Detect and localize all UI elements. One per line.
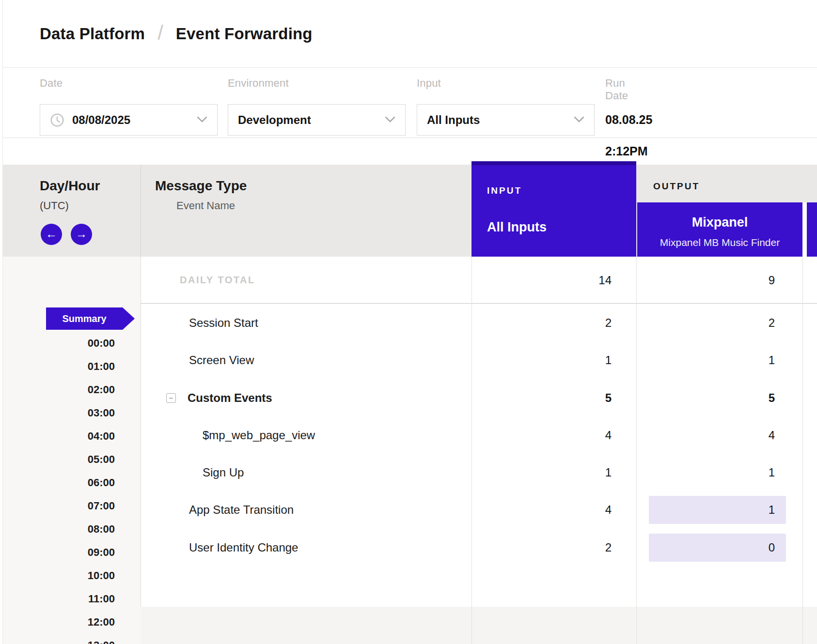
output-column-divider-2 (802, 257, 803, 644)
output-cell-value: 1 (636, 346, 775, 374)
collapse-toggle[interactable]: − (166, 393, 176, 403)
output-group-label: OUTPUT (653, 181, 700, 192)
input-cell-value: 4 (471, 496, 612, 524)
day-hour-column-divider (141, 165, 141, 257)
minus-icon: − (169, 394, 173, 402)
output-column-subtitle: Mixpanel MB Music Finder (637, 237, 802, 248)
output-column-divider (636, 257, 637, 644)
hour-slot-10[interactable]: 10:00 (3, 564, 141, 587)
table-row[interactable]: Screen View 1 1 (0, 346, 817, 374)
table-row[interactable]: − Custom Events 5 5 (0, 384, 817, 412)
hour-slot-11[interactable]: 11:00 (3, 587, 141, 611)
daily-total-row: DAILY TOTAL 14 9 (0, 257, 817, 304)
arrow-left-icon: ← (46, 227, 57, 240)
input-value: All Inputs (427, 113, 480, 127)
output-cell-value: 0 (636, 534, 775, 562)
hour-slot-13[interactable]: 13:00 (3, 634, 141, 644)
page-header: Data Platform / Event Forwarding (3, 0, 817, 68)
next-day-button[interactable]: → (71, 224, 92, 245)
date-value: 08/08/2025 (72, 113, 130, 127)
chevron-down-icon (197, 116, 207, 124)
daily-total-border (141, 303, 817, 304)
output-cell-value: 2 (636, 309, 775, 337)
input-column-label: All Inputs (487, 220, 547, 235)
breadcrumb-section[interactable]: Data Platform (40, 25, 145, 43)
event-name: User Identity Change (189, 534, 298, 562)
message-type-column-subtitle: Event Name (176, 199, 235, 212)
environment-value: Development (238, 113, 311, 127)
input-cell-value: 2 (471, 309, 612, 337)
input-filter-label: Input (417, 77, 441, 90)
table-row[interactable]: App State Transition 4 1 (0, 496, 817, 524)
previous-day-button[interactable]: ← (41, 224, 62, 245)
hour-slot-12[interactable]: 12:00 (3, 611, 141, 634)
table-footer-band (141, 607, 817, 644)
breadcrumb-separator: / (157, 21, 163, 45)
table-row[interactable]: Sign Up 1 1 (0, 459, 817, 487)
chevron-down-icon (385, 116, 395, 124)
table-row[interactable]: Session Start 2 2 (0, 309, 817, 337)
table-row[interactable]: $mp_web_page_view 4 4 (0, 421, 817, 449)
output-cell-value: 1 (636, 459, 775, 487)
event-name: $mp_web_page_view (203, 421, 315, 449)
output-cell-value: 5 (636, 384, 775, 412)
input-cell-value: 1 (471, 346, 612, 374)
clock-icon (50, 113, 64, 127)
environment-dropdown[interactable]: Development (228, 104, 406, 136)
input-column-header[interactable]: INPUT All Inputs (471, 161, 636, 257)
filter-bar: Date 08/08/2025 Environment Development … (3, 67, 817, 138)
input-group-label: INPUT (487, 185, 522, 196)
event-name: App State Transition (189, 496, 294, 524)
input-cell-value: 5 (471, 384, 612, 412)
input-column-divider (471, 257, 472, 644)
output-column-header-partial[interactable] (807, 202, 817, 257)
arrow-right-icon: → (76, 227, 87, 240)
daily-total-input-value: 14 (471, 257, 612, 304)
run-date-label: Run Date (605, 77, 628, 102)
daily-total-label: DAILY TOTAL (180, 257, 255, 304)
output-column-title: Mixpanel (637, 215, 802, 230)
table-row[interactable]: User Identity Change 2 0 (0, 534, 817, 562)
message-type-column-title: Message Type (155, 178, 247, 194)
chevron-down-icon (574, 116, 584, 124)
event-name: Sign Up (203, 459, 244, 487)
run-date-value: 08.08.25 2:12PM UTC (605, 104, 652, 136)
event-name: Session Start (189, 309, 258, 337)
environment-filter-label: Environment (228, 77, 289, 90)
page-title: Event Forwarding (176, 25, 313, 43)
output-cell-value: 4 (636, 421, 775, 449)
date-dropdown[interactable]: 08/08/2025 (40, 104, 218, 136)
date-filter-label: Date (40, 77, 63, 90)
input-cell-value: 4 (471, 421, 612, 449)
event-name: Screen View (189, 346, 254, 374)
input-dropdown[interactable]: All Inputs (417, 104, 595, 136)
input-cell-value: 2 (471, 534, 612, 562)
day-hour-column-subtitle: (UTC) (40, 199, 69, 212)
output-cell-value: 1 (636, 496, 775, 524)
output-column-header-mixpanel[interactable]: Mixpanel Mixpanel MB Music Finder (637, 202, 802, 257)
daily-total-output-value: 9 (636, 257, 775, 304)
event-name: Custom Events (188, 384, 272, 412)
output-column-gap (802, 202, 807, 257)
day-hour-column-title: Day/Hour (40, 178, 100, 194)
hours-list: 00:00 01:00 02:00 03:00 04:00 05:00 06:0… (3, 332, 141, 644)
input-cell-value: 1 (471, 459, 612, 487)
